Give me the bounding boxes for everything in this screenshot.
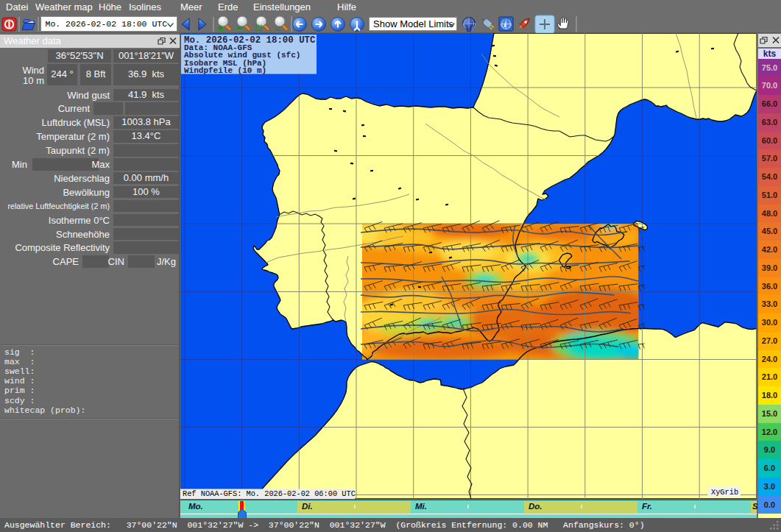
svg-text:Windpfeile (10 m): Windpfeile (10 m)	[184, 66, 266, 75]
svg-text:11: 11	[275, 26, 281, 32]
svg-text:Ref NOAA-GFS: Mo. 2026-02-02 0: Ref NOAA-GFS: Mo. 2026-02-02 06:00 UTC	[183, 489, 356, 498]
svg-text:XyGrib: XyGrib	[711, 488, 738, 497]
